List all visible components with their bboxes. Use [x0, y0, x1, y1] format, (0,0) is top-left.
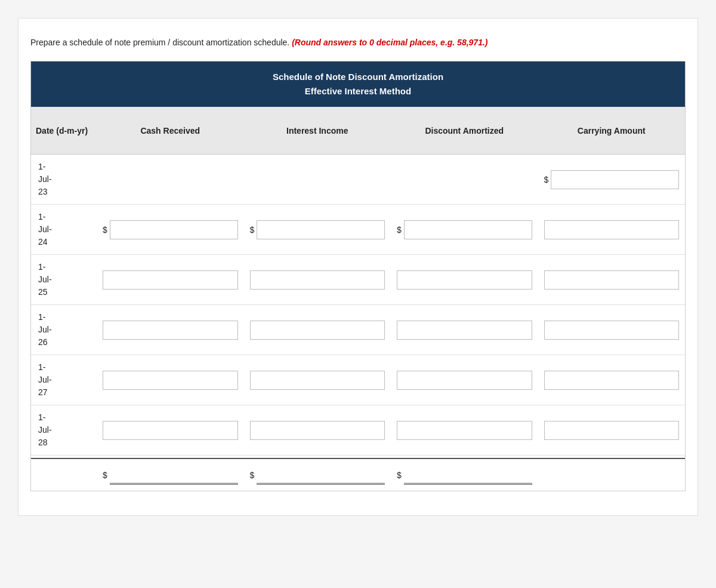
col-date: Date (d-m-yr)	[31, 107, 97, 154]
date-cell: 1-Jul-27	[31, 355, 97, 405]
date-cell: 1-Jul-26	[31, 305, 97, 355]
discount-amortized-input-row5[interactable]	[397, 371, 532, 390]
dollar-sign: $	[103, 225, 107, 235]
table-row: 1-Jul-26	[31, 305, 685, 355]
table-row: 1-Jul-24 $ $ $	[31, 205, 685, 255]
carrying-amount-cell-row1: $	[538, 165, 686, 194]
dollar-sign: $	[397, 470, 402, 480]
discount-amortized-input-row4[interactable]	[397, 321, 532, 340]
cash-received-cell-row3	[97, 266, 244, 294]
carrying-amount-input-row3[interactable]	[544, 270, 680, 290]
empty-cell-interest	[244, 175, 391, 184]
carrying-amount-cell-row3	[538, 266, 686, 294]
interest-income-input-row2[interactable]	[257, 220, 385, 239]
discount-amortized-input-row6[interactable]	[397, 421, 532, 440]
interest-income-input-row4[interactable]	[250, 321, 385, 340]
date-cell: 1-Jul-28	[31, 405, 97, 455]
date-cell: 1-Jul-25	[31, 255, 97, 304]
interest-income-cell-row6	[244, 416, 391, 445]
instruction-text: Prepare a schedule of note premium / dis…	[30, 36, 686, 49]
carrying-amount-input-row1[interactable]	[551, 170, 679, 189]
col-carrying-amount: Carrying Amount	[538, 107, 686, 154]
total-discount-amortized-cell: $	[391, 461, 538, 490]
total-interest-income-input[interactable]	[257, 466, 385, 485]
carrying-amount-cell-row6	[538, 416, 686, 445]
dollar-sign: $	[397, 225, 402, 235]
interest-income-input-row5[interactable]	[250, 371, 385, 390]
column-headers: Date (d-m-yr) Cash Received Interest Inc…	[31, 107, 685, 155]
empty-cell-discount	[391, 175, 538, 184]
interest-income-input-row3[interactable]	[250, 270, 385, 290]
discount-amortized-cell-row3	[391, 266, 538, 294]
date-cell: 1-Jul-24	[31, 205, 97, 254]
page-container: Prepare a schedule of note premium / dis…	[18, 18, 698, 516]
table-title-line2: Effective Interest Method	[37, 84, 679, 98]
cash-received-input-row6[interactable]	[103, 421, 238, 440]
discount-amortized-cell-row5	[391, 366, 538, 395]
table-header: Schedule of Note Discount Amortization E…	[31, 61, 685, 107]
cash-received-input-row2[interactable]	[110, 220, 238, 239]
col-cash-received: Cash Received	[97, 107, 244, 154]
discount-amortized-cell-row6	[391, 416, 538, 445]
cash-received-input-row5[interactable]	[103, 371, 238, 390]
date-cell: 1-Jul-23	[31, 155, 97, 204]
cash-received-cell-row4	[97, 316, 244, 344]
empty-cell-cash	[97, 175, 244, 184]
cash-received-cell-row2: $	[97, 216, 244, 244]
cash-received-input-row4[interactable]	[103, 321, 238, 340]
dollar-sign: $	[250, 470, 255, 480]
carrying-amount-cell-row2	[538, 216, 686, 244]
total-row: $ $ $	[31, 458, 685, 491]
interest-income-cell-row4	[244, 316, 391, 344]
total-carrying-empty	[538, 470, 686, 480]
table-title-line1: Schedule of Note Discount Amortization	[37, 70, 679, 84]
interest-income-cell-row5	[244, 366, 391, 395]
col-interest-income: Interest Income	[244, 107, 391, 154]
dollar-sign: $	[103, 470, 107, 480]
carrying-amount-input-row2[interactable]	[544, 220, 680, 239]
cash-received-cell-row5	[97, 366, 244, 395]
carrying-amount-cell-row5	[538, 366, 686, 395]
cash-received-cell-row6	[97, 416, 244, 445]
total-cash-received-input[interactable]	[110, 466, 238, 485]
dollar-sign: $	[250, 225, 255, 235]
carrying-amount-input-row5[interactable]	[544, 371, 680, 390]
discount-amortized-input-row3[interactable]	[397, 270, 532, 290]
instruction-highlight: (Round answers to 0 decimal places, e.g.…	[292, 38, 487, 47]
amortization-table: Schedule of Note Discount Amortization E…	[30, 61, 686, 491]
col-discount-amortized: Discount Amortized	[391, 107, 538, 154]
interest-income-cell-row2: $	[244, 216, 391, 244]
total-discount-amortized-input[interactable]	[404, 466, 532, 485]
cash-received-input-row3[interactable]	[103, 270, 238, 290]
total-date-empty	[31, 470, 97, 480]
table-row: 1-Jul-28	[31, 405, 685, 455]
carrying-amount-cell-row4	[538, 316, 686, 344]
discount-amortized-cell-row4	[391, 316, 538, 344]
discount-amortized-input-row2[interactable]	[404, 220, 532, 239]
discount-amortized-cell-row2: $	[391, 216, 538, 244]
table-row: 1-Jul-27	[31, 355, 685, 405]
instruction-main: Prepare a schedule of note premium / dis…	[30, 38, 289, 47]
carrying-amount-input-row4[interactable]	[544, 321, 680, 340]
interest-income-cell-row3	[244, 266, 391, 294]
interest-income-input-row6[interactable]	[250, 421, 385, 440]
table-row: 1-Jul-25	[31, 255, 685, 305]
total-cash-received-cell: $	[97, 461, 244, 490]
table-row: 1-Jul-23 $	[31, 155, 685, 205]
dollar-sign: $	[544, 175, 549, 184]
total-interest-income-cell: $	[244, 461, 391, 490]
carrying-amount-input-row6[interactable]	[544, 421, 680, 440]
